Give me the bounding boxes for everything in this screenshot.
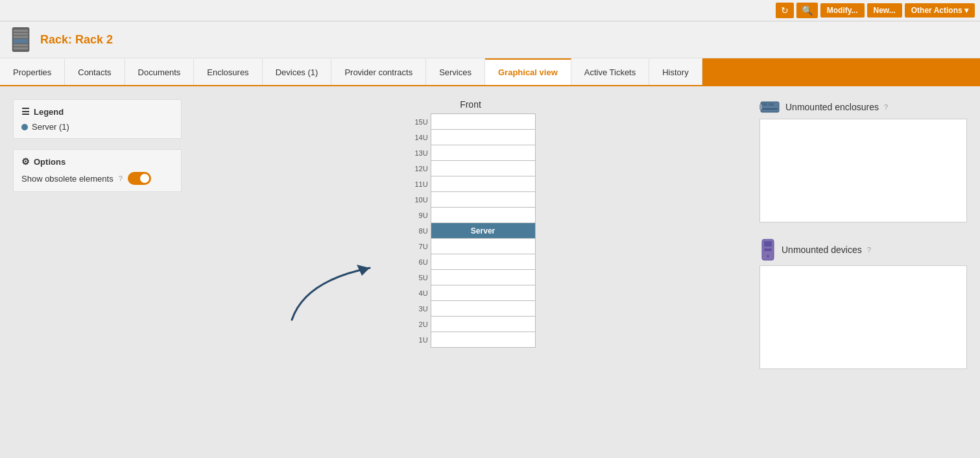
svg-rect-10 [769, 103, 774, 106]
tab-active-tickets[interactable]: Active Tickets [571, 58, 649, 85]
unit-cell [431, 239, 535, 254]
unit-label: 12U [406, 161, 431, 176]
rack-row: 11U [406, 176, 536, 192]
svg-rect-14 [764, 241, 772, 247]
unit-label: 6U [406, 254, 431, 270]
svg-rect-11 [762, 108, 778, 110]
unit-cell [431, 285, 535, 301]
svg-rect-4 [14, 39, 28, 43]
unit-cell [431, 254, 535, 270]
refresh-button[interactable]: ↻ [776, 3, 794, 18]
main-content: ☰ Legend Server (1) ⚙ Options Show obsol… [0, 86, 980, 450]
page-title: Rack: Rack 2 [40, 33, 113, 47]
rack-row: 10U [406, 192, 536, 208]
modify-button[interactable]: Modify... [820, 3, 865, 18]
gear-icon: ⚙ [21, 156, 30, 167]
unit-label: 10U [406, 192, 431, 208]
rack-row: 5U [406, 270, 536, 285]
unit-label: 1U [406, 332, 431, 348]
unmounted-devices-header: Unmounted devices ? [759, 238, 967, 261]
show-obsolete-toggle[interactable] [128, 172, 151, 185]
tab-provider-contracts[interactable]: Provider contracts [331, 58, 426, 85]
unmounted-devices-section: Unmounted devices ? [759, 238, 967, 369]
svg-rect-12 [759, 104, 762, 110]
options-section: ⚙ Options Show obsolete elements ? [13, 149, 182, 192]
rack-row: 12U [406, 161, 536, 176]
center-panel: Front 15U14U13U12U11U10U9U8UServer7U6U5U… [201, 99, 740, 437]
title-area: Rack: Rack 2 [0, 21, 980, 58]
rack-front-label: Front [460, 99, 481, 110]
legend-item: Server (1) [21, 122, 173, 132]
svg-rect-9 [762, 103, 767, 106]
unit-cell [431, 176, 535, 192]
unmounted-enclosures-header: Unmounted enclosures ? [759, 99, 967, 115]
rack-row: 1U [406, 332, 536, 348]
unmounted-enclosures-box [759, 119, 967, 223]
svg-rect-5 [14, 44, 28, 46]
unit-cell [431, 114, 535, 130]
rack-row: 3U [406, 301, 536, 317]
rack-icon [8, 27, 34, 53]
unit-label: 11U [406, 176, 431, 192]
left-panel: ☰ Legend Server (1) ⚙ Options Show obsol… [13, 99, 182, 437]
unit-cell [431, 145, 535, 161]
unit-label: 5U [406, 270, 431, 285]
rack-row: 9U [406, 208, 536, 223]
legend-section: ☰ Legend Server (1) [13, 99, 182, 139]
svg-rect-6 [14, 47, 28, 49]
unit-label: 7U [406, 239, 431, 254]
rack-table: 15U14U13U12U11U10U9U8UServer7U6U5U4U3U2U… [406, 114, 536, 348]
options-title: ⚙ Options [21, 156, 173, 167]
unit-label: 3U [406, 301, 431, 317]
tabs-bar: PropertiesContactsDocumentsEnclosuresDev… [0, 58, 980, 86]
rack-row: 15U [406, 114, 536, 130]
rack-row: 13U [406, 145, 536, 161]
tab-documents[interactable]: Documents [125, 58, 195, 85]
unit-cell [431, 208, 535, 223]
options-row: Show obsolete elements ? [21, 172, 173, 185]
device-icon [759, 238, 776, 261]
legend-title: ☰ Legend [21, 106, 173, 117]
tab-devices[interactable]: Devices (1) [263, 58, 332, 85]
search-button[interactable]: 🔍 [796, 3, 818, 18]
enclosure-icon [759, 99, 780, 115]
svg-rect-1 [14, 30, 28, 32]
new-button[interactable]: New... [867, 3, 902, 18]
other-actions-button[interactable]: Other Actions ▾ [905, 3, 975, 18]
show-obsolete-help: ? [119, 175, 123, 182]
list-icon: ☰ [21, 106, 30, 117]
unmounted-devices-box [759, 265, 967, 369]
svg-rect-3 [14, 36, 28, 38]
unit-cell [431, 130, 535, 145]
rack-row: 2U [406, 317, 536, 332]
tab-graphical-view[interactable]: Graphical view [485, 58, 571, 85]
unit-cell [431, 332, 535, 348]
unit-label: 4U [406, 285, 431, 301]
rack-row: 14U [406, 130, 536, 145]
unit-label: 8U [406, 223, 431, 239]
unmounted-enclosures-section: Unmounted enclosures ? [759, 99, 967, 223]
unit-cell [431, 301, 535, 317]
enclosures-help: ? [884, 103, 888, 111]
unit-label: 2U [406, 317, 431, 332]
unit-cell[interactable]: Server [431, 223, 535, 239]
unit-cell [431, 161, 535, 176]
top-bar: ↻ 🔍 Modify... New... Other Actions ▾ [0, 0, 980, 21]
svg-point-16 [767, 255, 769, 258]
unit-cell [431, 192, 535, 208]
rack-row: 6U [406, 254, 536, 270]
unit-label: 14U [406, 130, 431, 145]
tab-enclosures[interactable]: Enclosures [194, 58, 262, 85]
tab-properties[interactable]: Properties [0, 58, 65, 85]
rack-row: 8UServer [406, 223, 536, 239]
unit-cell [431, 317, 535, 332]
tab-history[interactable]: History [649, 58, 702, 85]
devices-help: ? [867, 246, 871, 254]
tab-services[interactable]: Services [426, 58, 485, 85]
rack-row: 4U [406, 285, 536, 301]
unit-label: 15U [406, 114, 431, 130]
unit-label: 9U [406, 208, 431, 223]
tab-contacts[interactable]: Contacts [65, 58, 125, 85]
unit-cell [431, 270, 535, 285]
svg-rect-15 [764, 248, 772, 251]
